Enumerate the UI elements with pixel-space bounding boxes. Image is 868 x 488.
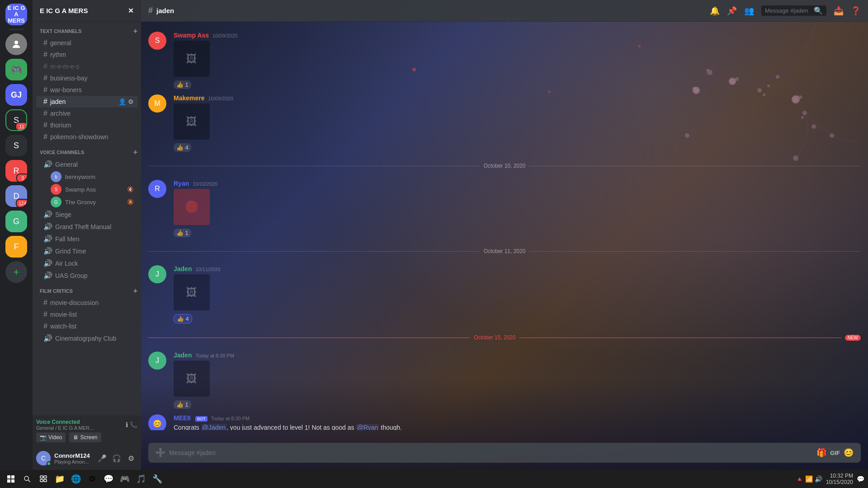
attach-icon[interactable]: ➕ [156,448,165,458]
channel-name: pokemon-showdown [50,133,108,141]
avatar-ryan[interactable]: R [148,180,166,198]
messages-area: October 9, 2020 S Swamp Ass 10/09/2020 🖼… [141,0,868,430]
start-button[interactable] [4,472,18,486]
taskbar-clock[interactable]: 10:32 PM 10/15/2020 [826,473,853,485]
server-header[interactable]: E IC G A MERS ✕ [33,0,141,22]
channel-movie-discussion[interactable]: # movie-discussion [36,297,137,309]
channel-voice-general[interactable]: 🔊 General [36,158,137,170]
channel-voice-siege[interactable]: 🔊 Siege [36,208,137,221]
voice-info-icon[interactable]: ℹ [126,421,128,428]
guild-icon-1[interactable] [5,33,27,55]
notification-center-icon[interactable]: 💬 [857,475,864,483]
channel-pokemon-showdown[interactable]: # pokemon-showdown [36,131,137,143]
guild-icon-6[interactable]: R [5,160,27,182]
guild-icon-2[interactable]: 🎮 [5,59,27,80]
other-taskbar[interactable]: 🔧 [150,472,165,486]
add-text-channel-icon[interactable]: + [133,27,137,35]
guild-icon-5[interactable]: S [5,135,27,156]
message-author: Makemere [174,94,205,102]
browser-taskbar[interactable]: 🌐 [69,472,83,486]
avatar-mee6[interactable]: 😊 [148,414,166,430]
steam-taskbar[interactable]: 🎮 [118,472,132,486]
voice-channels-header[interactable]: VOICE CHANNELS + [33,146,141,158]
mention-ryan[interactable]: @Ryan [356,424,379,430]
voice-user-groovy[interactable]: G The Groovy 🔕 [36,196,137,208]
search-input[interactable] [765,7,812,14]
add-user-icon[interactable]: 👤 [118,98,126,105]
channel-movie-list[interactable]: # movie-list [36,309,137,320]
message-reaction[interactable]: 👍 1 [174,227,861,237]
voice-user-avatar: G [51,197,61,207]
pin-icon[interactable]: 📌 [727,6,737,16]
user-settings-button[interactable]: ⚙ [125,452,137,465]
network-icon[interactable]: 📶 [805,475,813,483]
avatar-jaden[interactable]: J [148,265,166,283]
channel-air-lock[interactable]: 🔊 Air Lock [36,257,137,269]
active-server-icon[interactable]: E IC G A MERS [5,4,27,25]
tray-icon-1[interactable]: 🔺 [796,475,803,483]
settings-icon[interactable]: ⚙ [128,98,134,105]
message-reaction[interactable]: 👍 1 [174,79,861,89]
video-button[interactable]: 📷 Video [36,432,66,442]
screen-share-button[interactable]: 🖥 Screen [69,432,101,442]
channel-grand-theft-manual[interactable]: 🔊 Grand Theft Manual [36,221,137,233]
deafen-button[interactable]: 🎧 [110,452,123,465]
spotify-taskbar[interactable]: 🎵 [134,472,148,486]
channel-war-boners[interactable]: # war-boners [36,84,137,96]
channel-name: general [50,39,71,47]
guild-icon-4[interactable]: S [5,109,27,131]
channel-archive[interactable]: # archive [36,108,137,119]
message-reaction[interactable]: 👍 1 [174,399,861,409]
channel-watch-list[interactable]: # watch-list [36,320,137,332]
mention-jaden[interactable]: @Jaden [201,424,226,430]
avatar-jaden-today[interactable]: J [148,352,166,370]
channel-thorium[interactable]: # thorium [36,119,137,131]
file-explorer-taskbar[interactable]: 📁 [52,472,67,486]
members-icon[interactable]: 👥 [744,6,754,16]
guild-icon-7[interactable]: D [5,185,27,207]
hash-icon: # [43,98,47,106]
channel-jaden[interactable]: # jaden 👤 ⚙ [36,96,137,108]
gift-icon[interactable]: 🎁 [816,448,826,458]
film-critics-header[interactable]: FILM CRITICS + [33,285,141,297]
channel-business-bay[interactable]: # business-bay [36,72,137,84]
search-bar[interactable]: 🔍 [761,5,826,16]
emoji-icon[interactable]: 😊 [844,448,854,458]
windows-taskbar: 📁 🌐 ⚙ 💬 🎮 🎵 🔧 🔺 📶 🔊 10:32 PM 10/15/2020 [0,470,868,488]
channel-fall-men[interactable]: 🔊 Fall Men [36,233,137,245]
channel-uas-group[interactable]: 🔊 UAS Group [36,269,137,282]
gif-icon[interactable]: GIF [830,450,840,456]
guild-icon-3[interactable]: GJ [5,84,27,106]
guild-icon-9[interactable]: F [5,236,27,258]
message-reaction[interactable]: 👍 4 [174,141,861,152]
channel-grind-time[interactable]: 🔊 Grind Time [36,245,137,257]
voice-disconnect-icon[interactable]: 📞 [130,421,137,428]
help-icon[interactable]: ❓ [851,6,861,16]
hash-icon: # [43,133,47,141]
guild-icon-8[interactable]: G [5,211,27,232]
discord-taskbar[interactable]: 💬 [101,472,116,486]
text-channels-header[interactable]: TEXT CHANNELS + [33,25,141,37]
voice-user-swamp-ass[interactable]: S Swamp Ass 🔇 [36,183,137,196]
channel-general[interactable]: # general [36,37,137,49]
add-film-channel-icon[interactable]: + [133,287,137,295]
message-reaction[interactable]: 👍 4 [174,312,861,324]
message-input[interactable] [169,449,813,456]
channel-memes[interactable]: # m-e-m-e-s [36,61,137,72]
avatar-swamp-ass[interactable]: S [148,32,166,50]
search-taskbar-button[interactable] [20,472,34,486]
settings-taskbar[interactable]: ⚙ [85,472,99,486]
add-server-button[interactable]: + [5,261,27,283]
task-view-button[interactable] [36,472,51,486]
inbox-icon[interactable]: 📥 [834,6,844,16]
sound-icon[interactable]: 🔊 [815,475,822,483]
avatar-makemere[interactable]: M [148,94,166,113]
notification-bell-icon[interactable]: 🔔 [710,6,720,16]
add-voice-channel-icon[interactable]: + [133,148,137,156]
mute-button[interactable]: 🎤 [96,452,108,465]
channel-cinematography-club[interactable]: 🔊 Cinematogrpahy Club [36,332,137,344]
channel-hash-icon: # [148,6,153,15]
taskbar-date: 10/15/2020 [826,479,853,485]
voice-user-bennyworm[interactable]: b bennyworm [36,170,137,183]
channel-rythm[interactable]: # rythm [36,49,137,61]
